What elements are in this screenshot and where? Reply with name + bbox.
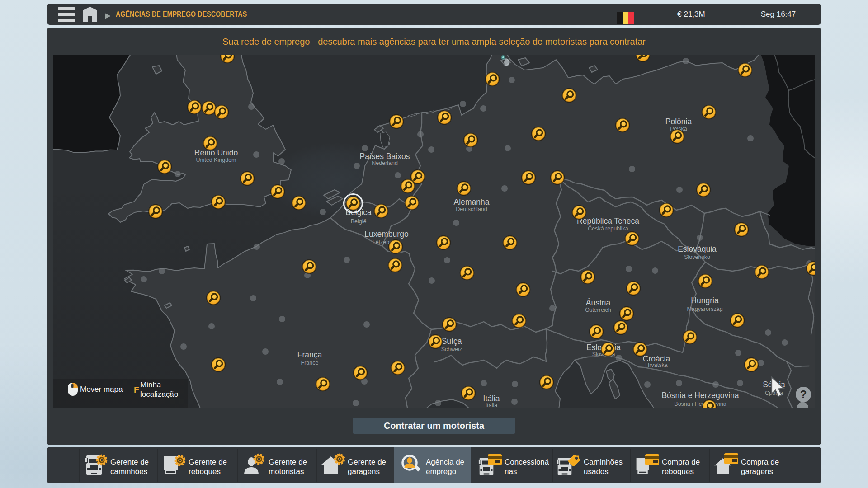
svg-text:Polônia: Polônia [665,117,692,126]
svg-text:?: ? [800,388,807,400]
svg-text:República Tcheca: República Tcheca [577,216,639,225]
svg-text:Eslováquia: Eslováquia [678,244,717,253]
svg-text:United Kingdom: United Kingdom [196,157,236,163]
svg-text:Hungria: Hungria [691,296,719,305]
svg-text:Deutschland: Deutschland [456,206,487,212]
svg-text:Áustria: Áustria [586,298,611,307]
svg-text:França: França [297,350,322,359]
svg-text:Nederland: Nederland [372,160,398,166]
svg-text:Suíça: Suíça [442,337,462,346]
svg-text:Italia: Italia [486,402,497,408]
svg-text:Luxemburgo: Luxemburgo [364,230,408,239]
svg-text:Bosna i Hercegovina: Bosna i Hercegovina [674,401,726,407]
svg-text:Reino Unido: Reino Unido [194,148,238,157]
svg-text:Česká republika: Česká republika [588,225,628,232]
svg-text:Países Baixos: Países Baixos [360,152,410,161]
svg-text:Österreich: Österreich [585,307,611,313]
svg-text:Hrvatska: Hrvatska [645,362,667,368]
svg-text:Magyarország: Magyarország [687,306,722,312]
svg-text:Bósnia e Herzegovina: Bósnia e Herzegovina [661,391,739,400]
svg-text:France: France [301,360,319,366]
svg-text:Slovensko: Slovensko [684,254,710,260]
svg-text:Schweiz: Schweiz [441,346,462,352]
svg-text:Alemanha: Alemanha [454,197,490,206]
svg-text:België: België [351,218,367,225]
svg-text:Itália: Itália [483,394,500,403]
